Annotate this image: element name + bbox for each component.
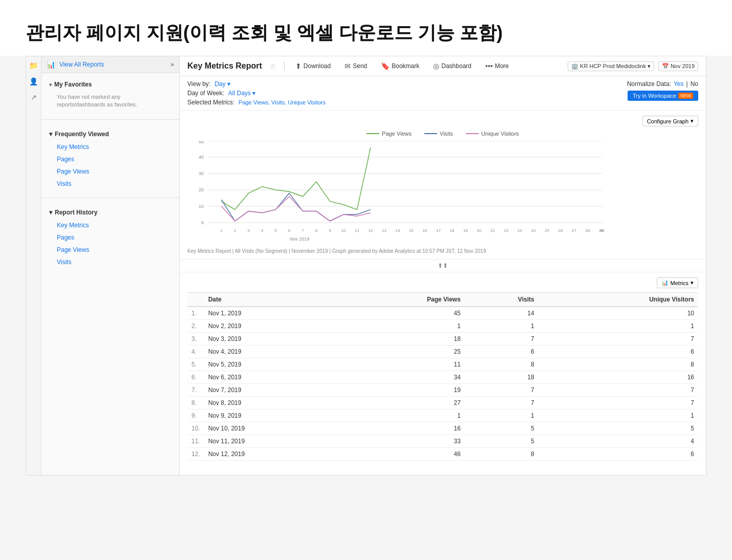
row-unique-visitors-8: 7 <box>539 397 698 410</box>
workspace-badge: NEW <box>678 93 693 99</box>
send-button[interactable]: ✉ Send <box>341 60 370 72</box>
row-page-views-4: 25 <box>339 346 465 358</box>
row-num-11: 11. <box>187 435 204 448</box>
row-date-11: Nov 11, 2019 <box>204 435 339 448</box>
history-item-key-metrics[interactable]: Key Metrics <box>41 219 179 231</box>
sidebar-item-visits[interactable]: Visits <box>41 178 179 190</box>
configure-graph-button[interactable]: Configure Graph ▾ <box>642 116 698 126</box>
svg-text:8: 8 <box>315 228 318 233</box>
row-visits-7: 7 <box>465 384 539 397</box>
row-page-views-6: 34 <box>339 371 465 384</box>
svg-text:40: 40 <box>199 155 204 160</box>
account-dropdown[interactable]: 🏢 KR HCP Prod Medidoclink ▾ <box>568 61 654 71</box>
table-row: 8. Nov 8, 2019 27 7 7 <box>187 397 698 410</box>
more-button[interactable]: ••• More <box>482 60 512 72</box>
account-icon: 🏢 <box>571 63 578 70</box>
history-item-pages[interactable]: Pages <box>41 231 179 244</box>
visits-line <box>222 193 371 221</box>
favorites-empty-text: You have not marked any reports/dashboar… <box>41 91 179 112</box>
row-page-views-3: 18 <box>339 333 465 346</box>
favorites-header[interactable]: ▾ My Favorites <box>41 78 179 91</box>
row-unique-visitors-2: 1 <box>539 320 698 333</box>
share-icon[interactable]: ↗ <box>31 93 37 101</box>
report-history-section: ▾ Report History Key Metrics Pages Page … <box>41 201 179 273</box>
svg-text:9: 9 <box>329 228 331 233</box>
filter-bar: View by: Day ▾ Day of Week: All Days ▾ S… <box>180 76 706 111</box>
row-num-10: 10. <box>187 422 204 435</box>
folder-icon[interactable]: 📁 <box>29 61 38 70</box>
view-by-label: View by: <box>187 80 210 88</box>
metrics-button[interactable]: 📊 Metrics ▾ <box>657 277 698 288</box>
row-visits-10: 5 <box>465 422 539 435</box>
history-item-visits[interactable]: Visits <box>41 256 179 268</box>
frequently-viewed-header[interactable]: ▾ Frequently Viewed <box>41 127 179 141</box>
svg-text:22: 22 <box>504 228 509 233</box>
workspace-button[interactable]: Try in Workspace NEW <box>628 91 698 101</box>
row-page-views-10: 16 <box>339 422 465 435</box>
report-title: Key Metrics Report <box>187 61 262 71</box>
sidebar-item-key-metrics[interactable]: Key Metrics <box>41 141 179 153</box>
sidebar-item-page-views[interactable]: Page Views <box>41 165 179 178</box>
filter-left: View by: Day ▾ Day of Week: All Days ▾ S… <box>187 80 326 106</box>
chart-svg: 0 10 20 30 40 50 1 2 3 <box>187 141 607 243</box>
dashboard-label: Dashboard <box>441 62 471 70</box>
toolbar: Key Metrics Report ☆ ⬆ Download ✉ Send 🔖… <box>180 56 706 76</box>
row-num-8: 8. <box>187 397 204 410</box>
download-button[interactable]: ⬆ Download <box>292 60 334 72</box>
bookmark-button[interactable]: 🔖 Bookmark <box>378 60 422 72</box>
frequently-viewed-chevron-icon: ▾ <box>49 131 52 138</box>
dashboard-button[interactable]: ◎ Dashboard <box>430 60 475 72</box>
svg-text:7: 7 <box>302 228 304 233</box>
row-unique-visitors-1: 10 <box>539 307 698 320</box>
row-unique-visitors-4: 6 <box>539 346 698 358</box>
table-row: 4. Nov 4, 2019 25 6 6 <box>187 346 698 358</box>
favorites-label: My Favorites <box>54 81 92 88</box>
table-row: 9. Nov 9, 2019 1 1 1 <box>187 410 698 422</box>
report-history-header[interactable]: ▾ Report History <box>41 206 179 219</box>
day-of-week-value[interactable]: All Days ▾ <box>228 90 255 97</box>
selected-metrics-value[interactable]: Page Views, Visits, Unique Visitors <box>239 99 326 105</box>
report-history-label: Report History <box>55 209 97 216</box>
date-dropdown[interactable]: 📅 Nov 2019 <box>658 61 698 71</box>
svg-text:17: 17 <box>436 228 441 233</box>
row-visits-11: 5 <box>465 435 539 448</box>
chart-svg-container: 0 10 20 30 40 50 1 2 3 <box>187 141 698 245</box>
view-all-reports[interactable]: View All Reports <box>59 61 166 68</box>
normalize-no[interactable]: No <box>691 80 698 88</box>
selected-metrics-label: Selected Metrics: <box>187 99 234 106</box>
svg-text:26: 26 <box>558 228 563 233</box>
row-num-9: 9. <box>187 410 204 422</box>
legend-unique-visitors: Unique Visitors <box>466 131 519 137</box>
row-date-12: Nov 12, 2019 <box>204 448 339 461</box>
view-by-value[interactable]: Day ▾ <box>214 80 230 88</box>
table-row: 1. Nov 1, 2019 45 14 10 <box>187 307 698 320</box>
svg-text:28: 28 <box>586 228 590 233</box>
page-title: 관리자 페이지 지원(이력 조회 및 엑셀 다운로드 기능 포함) <box>26 20 706 46</box>
date-label: Nov 2019 <box>671 63 695 69</box>
table-row: 3. Nov 3, 2019 18 7 7 <box>187 333 698 346</box>
table-toolbar: 📊 Metrics ▾ <box>187 277 698 288</box>
page-views-legend-line <box>367 133 379 134</box>
row-unique-visitors-6: 16 <box>539 371 698 384</box>
normalize-yes[interactable]: Yes <box>674 80 684 88</box>
view-by-row: View by: Day ▾ <box>187 80 326 88</box>
page-views-legend-label: Page Views <box>382 131 412 137</box>
star-icon[interactable]: ☆ <box>270 62 276 70</box>
svg-text:20: 20 <box>477 228 482 233</box>
row-num-7: 7. <box>187 384 204 397</box>
account-label: KR HCP Prod Medidoclink <box>580 63 646 69</box>
sidebar-item-pages[interactable]: Pages <box>41 153 179 165</box>
svg-text:15: 15 <box>409 228 414 233</box>
more-label: More <box>495 62 509 70</box>
expand-toggle[interactable]: ⬆⬆ <box>180 260 706 272</box>
row-unique-visitors-7: 7 <box>539 384 698 397</box>
table-body: 1. Nov 1, 2019 45 14 10 2. Nov 2, 2019 1… <box>187 307 698 461</box>
more-icon: ••• <box>485 62 493 70</box>
user-icon[interactable]: 👤 <box>29 77 38 85</box>
svg-text:2: 2 <box>234 228 236 233</box>
toolbar-right: 🏢 KR HCP Prod Medidoclink ▾ 📅 Nov 2019 <box>568 61 698 71</box>
row-unique-visitors-9: 1 <box>539 410 698 422</box>
history-item-page-views[interactable]: Page Views <box>41 244 179 256</box>
row-page-views-1: 45 <box>339 307 465 320</box>
sidebar-top-bar: 📊 View All Reports » <box>41 56 179 73</box>
